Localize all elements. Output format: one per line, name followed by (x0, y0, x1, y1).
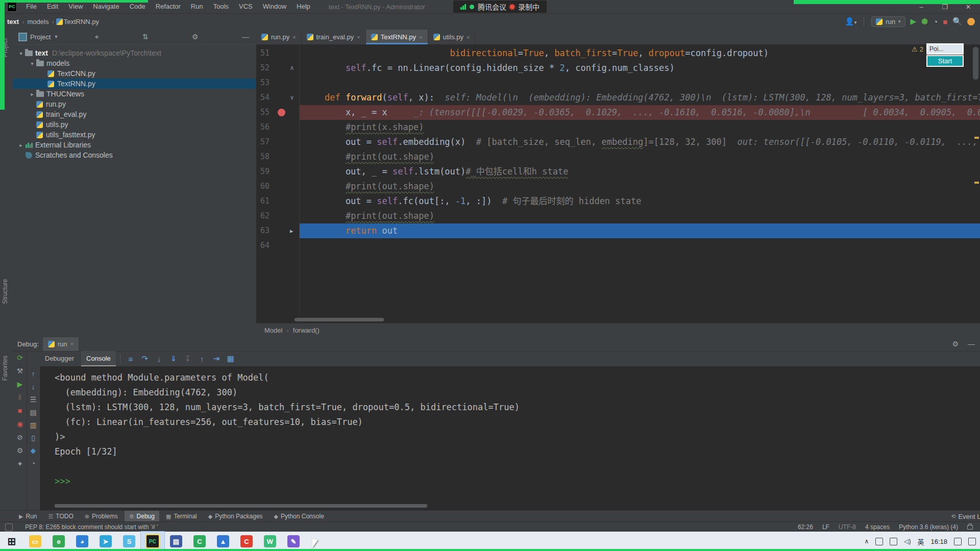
show-execution-point-icon[interactable]: ≡ (125, 355, 137, 363)
touch-keyboard-icon[interactable] (954, 538, 962, 545)
taskbar-pycharm[interactable]: PC (141, 532, 164, 551)
breadcrumb-class[interactable]: Model (264, 327, 282, 334)
chevron-down-icon[interactable]: ▼ (54, 34, 58, 39)
close-icon[interactable]: × (70, 341, 74, 347)
line-number[interactable]: 57 (260, 135, 281, 149)
taskbar-windows-start[interactable]: ⊞ (0, 532, 23, 551)
user-icon[interactable]: 👤▾ (845, 17, 856, 26)
caret-position[interactable]: 62:26 (798, 523, 813, 531)
chevron-down-icon[interactable]: ▾ (17, 51, 24, 56)
tab-close-icon[interactable]: × (292, 34, 296, 40)
taskbar-meeting-app[interactable]: C (188, 532, 211, 551)
indent-setting[interactable]: 4 spaces (865, 523, 890, 531)
modify-run-config-icon[interactable]: ⚒ (17, 367, 23, 374)
hide-panel-icon[interactable]: — (242, 33, 249, 41)
minimize-button[interactable]: – (910, 0, 933, 13)
menu-refactor[interactable]: Refactor (151, 0, 186, 13)
fold-marker-icon[interactable]: ∨ (287, 90, 297, 105)
editor-vertical-scrollbar[interactable] (973, 47, 978, 80)
fold-marker-icon[interactable]: ∧ (287, 61, 297, 76)
breadcrumb-item[interactable]: models (27, 18, 48, 26)
tree-item-thucnews[interactable]: ▸THUCNews (13, 89, 256, 99)
close-button[interactable]: ✕ (957, 0, 980, 13)
taskbar-file-explorer[interactable]: ▭ (23, 532, 47, 551)
stripe-structure-button[interactable]: Structure (2, 279, 9, 304)
code-line-61[interactable]: 61 out = self.fc(out[:, -1, :]) # 句子最后时刻… (256, 194, 980, 209)
line-number[interactable]: 51 (260, 46, 281, 61)
breadcrumb-item[interactable]: text (7, 18, 19, 26)
debug-tab-console[interactable]: Console (81, 351, 116, 366)
menu-navigate[interactable]: Navigate (88, 0, 124, 13)
taskbar-paint-app[interactable]: ✎ (282, 532, 305, 551)
code-line-56[interactable]: 56 #print(x.shape) (256, 120, 980, 135)
tab-close-icon[interactable]: × (357, 34, 360, 40)
code-line-60[interactable]: 60 #print(out.shape) (256, 179, 980, 194)
tree-item-run-py[interactable]: run.py (13, 99, 256, 109)
clock[interactable]: 16:18 (930, 538, 947, 545)
tree-item-utils-fasttext-py[interactable]: utils_fasttext.py (13, 130, 256, 140)
taskbar-wps[interactable]: W (258, 532, 282, 551)
line-number[interactable]: 63 (260, 223, 281, 238)
console-scrollbar[interactable] (55, 504, 427, 508)
step-over-icon[interactable]: ↷ (139, 354, 151, 363)
tab-close-icon[interactable]: × (419, 34, 422, 40)
tab-TextRNN-py[interactable]: TextRNN.py× (366, 30, 428, 44)
notification-center-icon[interactable] (968, 538, 976, 545)
editor-horizontal-scrollbar[interactable] (295, 318, 384, 321)
chevron-right-icon[interactable]: ▸ (29, 91, 36, 97)
menu-code[interactable]: Code (125, 0, 151, 13)
tree-item-textrnn-py[interactable]: TextRNN.py (13, 79, 256, 89)
step-out-icon[interactable]: ↑ (196, 355, 208, 363)
menu-vcs[interactable]: VCS (234, 0, 258, 13)
collapse-all-icon[interactable]: ⇅ (142, 33, 149, 41)
pen-settings-icon[interactable] (890, 538, 897, 545)
hide-panel-icon[interactable]: — (968, 340, 975, 348)
debug-console[interactable]: <bound method Module.parameters of Model… (40, 366, 980, 510)
step-into-my-code-icon[interactable]: ↧ (182, 354, 194, 363)
python-console-icon[interactable]: ◆ (31, 447, 36, 454)
run-config-select[interactable]: run ▾ (871, 16, 905, 27)
tab-close-icon[interactable]: × (467, 34, 470, 40)
line-number[interactable]: 61 (260, 194, 281, 209)
breadcrumb-method[interactable]: forward() (293, 327, 320, 334)
stripe-favorites-button[interactable]: Favorites (2, 356, 9, 381)
tree-item-textcnn-py[interactable]: TextCNN.py (13, 68, 256, 79)
run-to-cursor-icon[interactable]: ⇥ (210, 354, 223, 363)
tree-item-text[interactable]: ▾textD:\eclipse-workspace\PyTorch\text (13, 48, 256, 58)
code-line-51[interactable]: 51 bidirectional=True, batch_first=True,… (256, 46, 980, 61)
line-number[interactable]: 62 (260, 209, 281, 223)
tab-train_eval-py[interactable]: train_eval.py× (302, 30, 366, 44)
code-line-63[interactable]: 63▸ return out (256, 223, 980, 238)
meeting-overlay[interactable]: 腾讯会议 录制中 (453, 1, 547, 13)
resume-icon[interactable]: ▶ (17, 381, 23, 388)
history-icon[interactable]: ◔ (31, 460, 35, 467)
step-into-icon[interactable]: ↓ (153, 355, 165, 363)
code-line-57[interactable]: 57 out = self.embedding(x) # [batch_size… (256, 135, 980, 149)
file-encoding[interactable]: UTF-8 (839, 523, 856, 531)
stop-icon[interactable]: ■ (18, 407, 22, 414)
run-button[interactable]: ▶ (911, 17, 917, 26)
volume-icon[interactable]: ◁) (904, 538, 911, 545)
code-line-54[interactable]: 54∨ def forward(self, x): self: Model(\n… (256, 90, 980, 105)
coverage-button[interactable]: ◔ (933, 17, 938, 26)
line-number[interactable]: 52 (260, 61, 281, 76)
event-log-button[interactable]: ⟲ Event Log (951, 513, 980, 520)
pause-icon[interactable]: ‖ (18, 394, 21, 401)
toolwindow-todo[interactable]: ☰TODO (43, 511, 78, 522)
search-everywhere-icon[interactable]: 🔍 (952, 17, 962, 26)
menu-tools[interactable]: Tools (208, 0, 234, 13)
toolwindow-python-console[interactable]: ◆Python Console (270, 511, 329, 522)
code-line-55[interactable]: 55 x, _ = x _: (tensor([[[-0.0029, -0.03… (256, 105, 980, 120)
toolwindow-terminal[interactable]: ▦Terminal (161, 511, 202, 522)
down-stack-icon[interactable]: ↓ (32, 383, 35, 390)
code-line-52[interactable]: 52∧ self.fc = nn.Linear(config.hidden_si… (256, 61, 980, 76)
taskbar-telegram[interactable]: ➤ (94, 532, 117, 551)
debug-button[interactable]: ⬢ (921, 17, 928, 26)
toolwindow-run[interactable]: ▶Run (14, 511, 41, 522)
debug-tab-debugger[interactable]: Debugger (40, 351, 79, 366)
inspection-widget[interactable]: ⚠ 2 (912, 45, 923, 53)
tree-item-utils-py[interactable]: utils.py (13, 119, 256, 130)
taskbar-docs-app[interactable]: ▲ (211, 532, 235, 551)
line-number[interactable]: 64 (260, 238, 281, 253)
evaluate-expression-icon[interactable]: ▦ (225, 354, 237, 363)
